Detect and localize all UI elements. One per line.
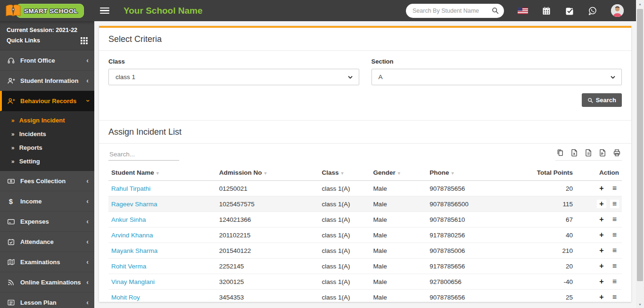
tasks-checkbox-icon[interactable] xyxy=(565,6,574,16)
chevron-down-icon xyxy=(84,100,91,102)
print-icon[interactable] xyxy=(613,149,621,157)
search-button[interactable]: Search xyxy=(582,93,622,107)
class-select-value: class 1 xyxy=(116,73,135,81)
student-name-link[interactable]: Ankur Sinha xyxy=(111,216,146,223)
assign-incident-plus-icon[interactable] xyxy=(597,215,606,224)
sidebar-item-expenses[interactable]: Expenses xyxy=(0,211,94,232)
pdf-export-icon[interactable] xyxy=(599,149,607,157)
col-class[interactable]: Class xyxy=(319,165,370,181)
col-admission-no[interactable]: Admission No xyxy=(216,165,319,181)
sidebar-item-income[interactable]: $ Income xyxy=(0,191,94,211)
assign-incident-plus-icon[interactable] xyxy=(597,184,606,193)
header-search-box[interactable] xyxy=(406,4,504,18)
student-name-link[interactable]: Vinay Manglani xyxy=(111,278,155,285)
phone-cell: 9178785656 xyxy=(427,259,519,274)
gender-cell: Male xyxy=(370,181,427,196)
user-plus-icon xyxy=(7,97,15,105)
double-arrow-icon xyxy=(11,131,15,138)
search-icon xyxy=(587,97,593,103)
assign-incident-plus-icon[interactable] xyxy=(597,277,606,286)
banknote-icon xyxy=(7,177,15,185)
student-name-link[interactable]: Rahul Tirpathi xyxy=(111,185,150,192)
submenu-item-setting[interactable]: Setting xyxy=(0,154,94,168)
scrollbar-up-arrow[interactable]: ▲ xyxy=(636,0,644,8)
assign-incident-plus-icon[interactable] xyxy=(597,200,606,208)
submenu-item-reports[interactable]: Reports xyxy=(0,141,94,154)
content-card: Select Criteria Class class 1 Section A xyxy=(99,26,631,302)
student-search-input[interactable] xyxy=(413,8,491,14)
assign-incident-plus-icon[interactable] xyxy=(597,262,606,270)
incident-details-menu-icon[interactable] xyxy=(610,277,619,286)
sidebar-item-label: Lesson Plan xyxy=(20,299,86,306)
assign-incident-plus-icon[interactable] xyxy=(597,231,606,239)
phone-cell: 90787856500 xyxy=(427,196,519,212)
submenu-item-incidents[interactable]: Incidents xyxy=(0,127,94,141)
calendar-icon[interactable] xyxy=(542,6,551,16)
sidebar-item-behaviour-records[interactable]: Behaviour Records xyxy=(0,91,94,111)
search-icon[interactable] xyxy=(491,7,499,15)
excel-export-icon[interactable] xyxy=(570,149,578,157)
sidebar-item-student-information[interactable]: Student Information xyxy=(0,71,94,91)
sidebar-item-examinations[interactable]: Examinations xyxy=(0,252,94,272)
sidebar-item-fees-collection[interactable]: Fees Collection xyxy=(0,171,94,191)
header-actions xyxy=(406,4,636,18)
sidebar-item-lesson-plan[interactable]: Lesson Plan xyxy=(0,292,94,308)
sidebar-item-attendance[interactable]: Attendance xyxy=(0,232,94,252)
phone-cell: 927800656 xyxy=(427,274,519,290)
scrollbar-down-arrow[interactable]: ▼ xyxy=(636,300,644,308)
page-title: Your School Name xyxy=(124,6,203,16)
copy-export-icon[interactable] xyxy=(556,149,564,157)
incident-details-menu-icon[interactable] xyxy=(610,215,619,224)
table-search-input[interactable] xyxy=(108,148,179,161)
sidebar-toggle-hamburger-icon[interactable] xyxy=(100,6,109,16)
incident-details-menu-icon[interactable] xyxy=(610,200,619,208)
incident-details-menu-icon[interactable] xyxy=(610,184,619,193)
assign-incident-list-title: Assign Incident List xyxy=(99,121,631,144)
student-name-link[interactable]: Rohit Verma xyxy=(111,263,146,270)
student-name-link[interactable]: Rageev Sharma xyxy=(111,201,157,208)
col-student-name[interactable]: Student Name xyxy=(108,165,216,181)
admission-no-cell: 124021366 xyxy=(216,212,319,227)
assign-incident-plus-icon[interactable] xyxy=(597,293,606,301)
table-row: Vinay Manglani 3200125 class 1(A) Male 9… xyxy=(108,274,622,290)
chevron-left-icon xyxy=(86,177,89,185)
student-name-link[interactable]: Mohit Roy xyxy=(111,294,140,301)
incident-details-menu-icon[interactable] xyxy=(610,246,619,255)
student-name-link[interactable]: Mayank Sharma xyxy=(111,247,157,254)
scrollbar-thumb[interactable] xyxy=(637,9,643,281)
quick-links-label[interactable]: Quick Links xyxy=(7,35,40,46)
section-select[interactable]: A xyxy=(372,69,622,85)
phone-cell: 9078785610 xyxy=(427,212,519,227)
table-row: Rahul Tirpathi 01250021 class 1(A) Male … xyxy=(108,181,622,196)
rss-broadcast-icon xyxy=(7,278,15,286)
sidebar-item-front-office[interactable]: Front Office xyxy=(0,50,94,71)
logo[interactable]: SMART SCHOOL xyxy=(0,0,94,21)
language-us-flag-icon[interactable] xyxy=(518,8,528,14)
double-arrow-icon xyxy=(11,117,15,124)
csv-export-icon[interactable] xyxy=(585,149,593,157)
quick-links-grid-icon[interactable] xyxy=(81,37,88,44)
gender-cell: Male xyxy=(370,274,427,290)
student-name-link[interactable]: Arvind Khanna xyxy=(111,232,153,239)
gender-cell: Male xyxy=(370,259,427,274)
submenu-item-assign-incident[interactable]: Assign Incident xyxy=(0,113,94,127)
col-phone[interactable]: Phone xyxy=(427,165,519,181)
calendar-check-icon xyxy=(7,237,15,246)
credit-card-icon xyxy=(7,217,15,226)
class-cell: class 1(A) xyxy=(319,227,370,243)
sidebar-item-online-examinations[interactable]: Online Examinations xyxy=(0,272,94,292)
browser-vertical-scrollbar[interactable]: ▲ ▼ xyxy=(636,0,644,308)
gender-cell: Male xyxy=(370,227,427,243)
class-select[interactable]: class 1 xyxy=(108,69,359,85)
whatsapp-icon[interactable] xyxy=(588,6,597,16)
assign-incident-plus-icon[interactable] xyxy=(597,246,606,255)
incident-details-menu-icon[interactable] xyxy=(610,231,619,239)
sort-caret-icon xyxy=(339,169,344,176)
incident-details-menu-icon[interactable] xyxy=(610,293,619,301)
admission-no-cell: 3454353 xyxy=(216,290,319,302)
incident-details-menu-icon[interactable] xyxy=(610,262,619,270)
col-gender[interactable]: Gender xyxy=(370,165,427,181)
user-avatar[interactable] xyxy=(611,4,624,17)
admission-no-cell: 01250021 xyxy=(216,181,319,196)
sidebar-item-label: Income xyxy=(20,198,86,205)
